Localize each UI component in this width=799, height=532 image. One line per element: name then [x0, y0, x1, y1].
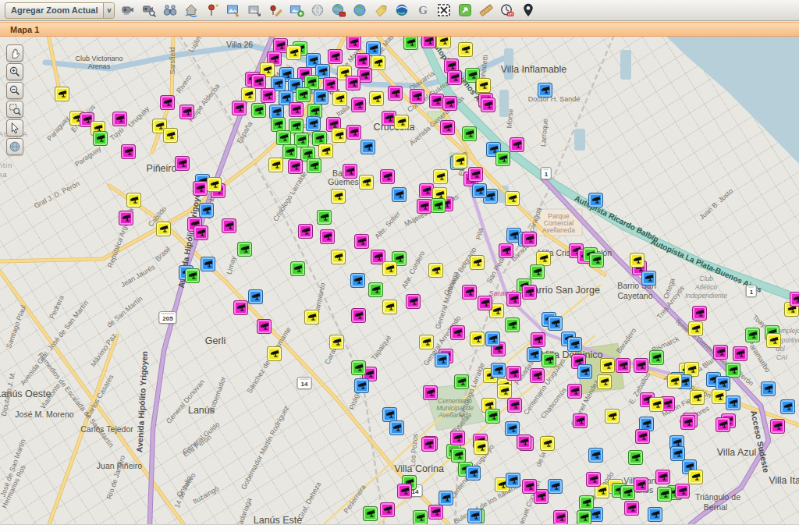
- camera-marker[interactable]: [314, 90, 328, 105]
- camera-marker[interactable]: [193, 181, 208, 196]
- camera-marker[interactable]: [745, 328, 760, 342]
- camera-marker[interactable]: [160, 95, 175, 110]
- camera-marker[interactable]: [491, 363, 506, 378]
- home-zoom-icon[interactable]: [183, 2, 200, 19]
- camera-marker[interactable]: [616, 358, 630, 373]
- camera-marker[interactable]: [289, 102, 304, 117]
- export-arrow-icon[interactable]: [456, 2, 474, 19]
- camera-marker[interactable]: [436, 35, 451, 48]
- google-g-icon[interactable]: G: [414, 2, 431, 19]
- camera-marker[interactable]: [567, 384, 582, 399]
- zoom-window-button[interactable]: [6, 101, 23, 118]
- camera-marker[interactable]: [624, 501, 639, 516]
- camera-marker[interactable]: [472, 183, 487, 198]
- location-pin-icon[interactable]: [520, 2, 537, 19]
- timer-off-icon[interactable]: off: [499, 2, 516, 19]
- camera-marker[interactable]: [428, 263, 443, 278]
- camera-marker[interactable]: [363, 506, 378, 521]
- camera-marker[interactable]: [351, 98, 366, 112]
- zoom-preset-dropdown[interactable]: Agregar Zoom Actual v: [5, 2, 115, 19]
- camera-marker[interactable]: [522, 479, 537, 494]
- camera-marker[interactable]: [257, 319, 272, 334]
- camera-marker[interactable]: [589, 253, 604, 268]
- camera-marker[interactable]: [332, 128, 346, 143]
- camera-marker[interactable]: [634, 477, 648, 492]
- camera-marker[interactable]: [780, 399, 795, 414]
- camera-marker[interactable]: [156, 222, 171, 236]
- camera-marker[interactable]: [331, 189, 346, 204]
- camera-marker[interactable]: [328, 49, 343, 64]
- google-earth-icon[interactable]: [393, 2, 410, 19]
- camera-marker[interactable]: [389, 420, 404, 435]
- camera-marker[interactable]: [531, 332, 545, 347]
- camera-marker[interactable]: [478, 296, 492, 310]
- camera-marker[interactable]: [770, 419, 785, 434]
- camera-marker[interactable]: [93, 131, 108, 146]
- camera-marker[interactable]: [600, 358, 615, 373]
- camera-marker[interactable]: [454, 374, 469, 389]
- camera-marker[interactable]: [413, 510, 428, 524]
- camera-marker[interactable]: [286, 45, 301, 60]
- camera-zoom-icon[interactable]: [140, 2, 158, 19]
- camera-marker[interactable]: [675, 484, 690, 498]
- camera-marker[interactable]: [542, 353, 556, 367]
- camera-marker[interactable]: [359, 175, 374, 190]
- dropdown-arrow-icon[interactable]: v: [103, 3, 114, 18]
- map-edit-icon[interactable]: [225, 2, 242, 19]
- camera-marker[interactable]: [388, 86, 403, 101]
- camera-marker[interactable]: [194, 225, 208, 240]
- camera-marker[interactable]: [428, 505, 443, 520]
- camera-marker[interactable]: [423, 385, 438, 400]
- camera-marker[interactable]: [790, 292, 799, 307]
- camera-marker[interactable]: [298, 224, 313, 239]
- globe-icon[interactable]: [351, 2, 368, 19]
- ruler-icon[interactable]: [478, 2, 495, 19]
- camera-marker[interactable]: [628, 450, 643, 465]
- camera-marker[interactable]: [289, 119, 304, 133]
- camera-marker[interactable]: [476, 78, 491, 93]
- camera-marker[interactable]: [648, 507, 662, 522]
- camera-marker[interactable]: [462, 285, 477, 300]
- zoom-out-button[interactable]: [6, 82, 23, 99]
- map-panel-header[interactable]: Mapa 1: [0, 22, 799, 37]
- camera-marker[interactable]: [506, 473, 520, 488]
- camera-marker[interactable]: [410, 89, 424, 104]
- camera-marker[interactable]: [329, 335, 344, 349]
- camera-marker[interactable]: [433, 169, 448, 184]
- camera-marker[interactable]: [296, 87, 311, 102]
- camera-marker[interactable]: [331, 250, 346, 264]
- camera-marker[interactable]: [481, 98, 495, 112]
- camera-marker[interactable]: [517, 434, 531, 449]
- map-canvas[interactable]: Villa 26Club VictorianoArenasVilla Infla…: [0, 35, 799, 524]
- camera-marker[interactable]: [467, 509, 482, 523]
- camera-marker[interactable]: [573, 413, 588, 428]
- camera-marker[interactable]: [392, 187, 407, 202]
- camera-marker[interactable]: [346, 35, 361, 50]
- camera-marker[interactable]: [346, 76, 360, 90]
- camera-marker[interactable]: [282, 144, 297, 159]
- camera-marker[interactable]: [222, 218, 236, 233]
- camera-marker[interactable]: [237, 242, 252, 257]
- camera-marker[interactable]: [382, 300, 397, 314]
- camera-marker[interactable]: [462, 126, 477, 141]
- zoom-in-button[interactable]: [6, 63, 23, 80]
- camera-marker[interactable]: [369, 91, 384, 106]
- camera-marker[interactable]: [306, 116, 321, 131]
- globe-stamp-icon[interactable]: [330, 2, 347, 19]
- camera-marker[interactable]: [380, 502, 395, 517]
- camera-marker[interactable]: [453, 154, 467, 168]
- camera-marker[interactable]: [657, 487, 672, 502]
- selection-box-icon[interactable]: [435, 2, 453, 19]
- camera-marker[interactable]: [440, 120, 455, 135]
- camera-marker[interactable]: [474, 440, 488, 455]
- camera-marker[interactable]: [320, 229, 335, 244]
- camera-marker[interactable]: [505, 317, 520, 332]
- camera-marker[interactable]: [248, 289, 263, 304]
- camera-marker[interactable]: [712, 389, 726, 404]
- map-image-icon[interactable]: [246, 2, 263, 19]
- camera-marker[interactable]: [288, 159, 303, 174]
- camera-marker[interactable]: [567, 337, 582, 352]
- camera-marker[interactable]: [451, 448, 466, 463]
- camera-marker[interactable]: [397, 484, 412, 498]
- camera-marker[interactable]: [251, 103, 266, 118]
